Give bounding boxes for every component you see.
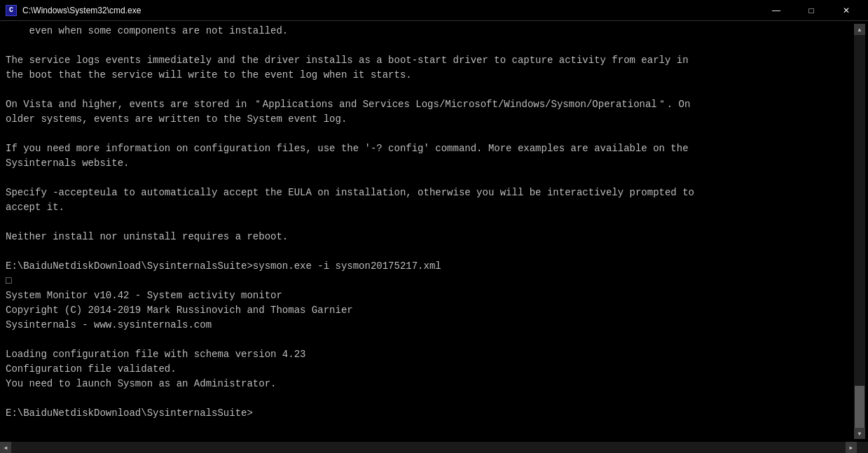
scroll-up-arrow[interactable]: ▲ — [854, 24, 865, 35]
console-line: Neither install nor uninstall requires a… — [6, 230, 848, 244]
console-line: Specify -accepteula to automatically acc… — [6, 186, 848, 200]
console-line: E:\BaiduNetdiskDownload\SysinternalsSuit… — [6, 259, 848, 274]
title-bar: C C:\Windows\System32\cmd.exe — □ ✕ — [0, 0, 868, 21]
minimize-button[interactable]: — — [760, 4, 792, 18]
maximize-button[interactable]: □ — [795, 4, 827, 18]
title-bar-left: C C:\Windows\System32\cmd.exe — [6, 5, 141, 16]
window-title: C:\Windows\System32\cmd.exe — [22, 6, 141, 15]
console-line — [6, 171, 848, 186]
cmd-window: C C:\Windows\System32\cmd.exe — □ ✕ even… — [0, 0, 868, 453]
console-line: □ — [6, 274, 848, 288]
console-line: Configuration file validated. — [6, 362, 848, 377]
scroll-right-arrow[interactable]: ▶ — [846, 442, 857, 453]
console-line — [6, 39, 848, 53]
scrollbar-track-h[interactable] — [11, 442, 846, 453]
vertical-scrollbar[interactable]: ▲ ▼ — [854, 24, 865, 439]
console-line: Sysinternals website. — [6, 156, 848, 171]
console-area: even when some components are not instal… — [0, 21, 868, 442]
console-line — [6, 215, 848, 230]
console-line: Loading configuration file with schema v… — [6, 347, 848, 362]
scrollbar-corner — [857, 442, 868, 453]
scrollbar-track[interactable] — [854, 35, 865, 428]
console-output: even when some components are not instal… — [6, 24, 854, 439]
close-button[interactable]: ✕ — [830, 4, 862, 18]
console-line: even when some components are not instal… — [6, 24, 848, 39]
console-line — [6, 127, 848, 141]
scroll-down-arrow[interactable]: ▼ — [854, 428, 865, 439]
console-line — [6, 244, 848, 259]
console-line: If you need more information on configur… — [6, 141, 848, 156]
horizontal-scrollbar[interactable]: ◀ ▶ — [0, 442, 868, 453]
console-line: the boot that the service will write to … — [6, 68, 848, 83]
console-line: E:\BaiduNetdiskDownload\SysinternalsSuit… — [6, 406, 848, 421]
console-line — [6, 83, 848, 97]
console-line: Copyright (C) 2014-2019 Mark Russinovich… — [6, 303, 848, 318]
console-line — [6, 333, 848, 347]
cmd-icon: C — [6, 5, 17, 16]
console-line: On Vista and higher, events are stored i… — [6, 97, 848, 112]
console-line: Sysinternals - www.sysinternals.com — [6, 318, 848, 333]
scrollbar-thumb[interactable] — [855, 386, 864, 428]
console-line: System Monitor v10.42 - System activity … — [6, 288, 848, 303]
scroll-left-arrow[interactable]: ◀ — [0, 442, 11, 453]
window-controls: — □ ✕ — [760, 4, 862, 18]
console-line: accept it. — [6, 200, 848, 215]
console-line: The service logs events immediately and … — [6, 53, 848, 68]
console-line — [6, 391, 848, 406]
console-line: older systems, events are written to the… — [6, 112, 848, 127]
console-line: You need to launch Sysmon as an Administ… — [6, 377, 848, 391]
